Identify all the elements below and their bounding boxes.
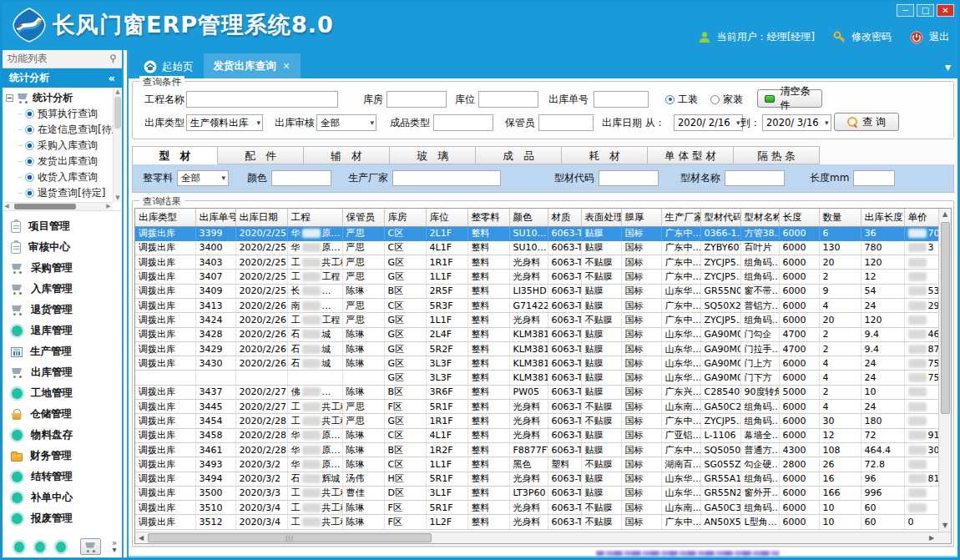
- table-row[interactable]: 调拨出库34072020/2/25工工程严思G区1L1F整料光身料6063-T5…: [135, 270, 938, 284]
- table-row[interactable]: 调拨出库34002020/2/25华原…严思C区4L1F整料SU10…6063-…: [135, 240, 938, 255]
- material-tab-型材[interactable]: 型 材: [132, 146, 218, 164]
- warehouse-input[interactable]: [387, 91, 447, 108]
- tree-horizontal-scrollbar[interactable]: ◀ ▶: [3, 202, 113, 210]
- length-input[interactable]: [853, 170, 895, 186]
- scroll-right-icon[interactable]: ▶: [104, 203, 113, 210]
- radio-home-decor[interactable]: 家装: [710, 91, 743, 108]
- audit-select[interactable]: 全部: [316, 114, 376, 131]
- material-tab-辅材[interactable]: 辅 材: [304, 146, 390, 164]
- collapse-icon[interactable]: «: [109, 72, 115, 84]
- table-row[interactable]: 调拨出库34242020/2/26工工程严思G区1L1F整料光身料6063-T5…: [135, 313, 938, 327]
- module-dot-button[interactable]: [56, 542, 66, 552]
- close-button[interactable]: ✕: [937, 4, 954, 17]
- product-type-input[interactable]: [433, 114, 493, 131]
- scroll-left-icon[interactable]: ◀: [135, 532, 147, 543]
- module-dot-button[interactable]: [35, 542, 45, 552]
- material-tab-单体型材[interactable]: 单 体 型 材: [648, 146, 734, 164]
- sidebar-module-入库管理[interactable]: 入库管理: [11, 279, 122, 300]
- sidebar-module-仓储管理[interactable]: 仓储管理: [11, 404, 122, 425]
- project-name-input[interactable]: [186, 91, 338, 108]
- column-header-出库单号[interactable]: 出库单号: [195, 209, 235, 226]
- maximize-button[interactable]: □: [917, 4, 934, 17]
- table-row[interactable]: 调拨出库34932020/3/2华原…陈琳C区1L1F整料黑色塑料不贴膜国标湖南…: [135, 457, 938, 472]
- tree-item-发货出库查询[interactable]: ┄发货出库查询: [6, 154, 122, 169]
- column-header-材质[interactable]: 材质: [548, 209, 581, 226]
- tree-vertical-scrollbar[interactable]: ▲ ▼: [113, 88, 122, 202]
- table-row[interactable]: 调拨出库34302020/2/26石城陈琳G区3L3F整料KLM38176063…: [135, 356, 938, 371]
- column-header-颜色[interactable]: 颜色: [509, 209, 548, 226]
- search-button[interactable]: 查 询: [834, 113, 899, 131]
- logout-link[interactable]: 退出: [929, 30, 949, 44]
- column-header-膜厚[interactable]: 膜厚: [621, 209, 661, 226]
- sidebar-module-采购管理[interactable]: 采购管理: [11, 258, 122, 279]
- color-input[interactable]: [271, 170, 331, 186]
- sidebar-module-物料盘存[interactable]: 物料盘存: [11, 425, 122, 446]
- column-header-单价[interactable]: 单价: [904, 209, 938, 226]
- module-dot-button[interactable]: [14, 542, 24, 552]
- table-row[interactable]: G区3L3F整料KLM38176063-T5贴膜国标山东华…GA90M09.门下…: [135, 371, 938, 385]
- tree-item-退货查询[待定][interactable]: ┄退货查询[待定]: [6, 185, 122, 201]
- change-password-link[interactable]: 修改密码: [851, 30, 892, 44]
- column-header-表面处理[interactable]: 表面处理: [581, 209, 621, 226]
- sidebar-module-结转管理[interactable]: 结转管理: [11, 467, 122, 487]
- scroll-left-icon[interactable]: ◀: [3, 203, 11, 210]
- sidebar-module-补单中心[interactable]: 补单中心: [11, 487, 122, 508]
- tab-start-page[interactable]: 起始页: [134, 55, 204, 78]
- sidebar-module-生产管理[interactable]: 生产管理: [11, 341, 122, 362]
- column-header-库位[interactable]: 库位: [426, 209, 467, 226]
- table-row[interactable]: 调拨出库34452020/2/27工共工程严思F区5R1F整料光身料6063-T…: [135, 400, 938, 414]
- column-header-库房[interactable]: 库房: [384, 209, 426, 226]
- profile-code-input[interactable]: [599, 170, 659, 186]
- close-tab-icon[interactable]: ✕: [283, 61, 291, 72]
- grid-hscroll-thumb[interactable]: |||: [148, 533, 432, 542]
- stats-panel-header[interactable]: 统计分析 «: [3, 68, 122, 88]
- table-row[interactable]: 调拨出库34942020/3/2石辉城汤伟H区5R1F整料光身料6063-T5贴…: [135, 472, 938, 486]
- scroll-down-icon[interactable]: ▼: [114, 194, 122, 202]
- pin-icon[interactable]: [109, 54, 117, 63]
- location-input[interactable]: [478, 91, 538, 108]
- sidebar-module-项目管理[interactable]: 项目管理: [11, 216, 122, 237]
- tree-hscroll-thumb[interactable]: [14, 204, 76, 209]
- cart-module-button[interactable]: [80, 538, 100, 555]
- sidebar-module-审核中心[interactable]: 审核中心: [11, 237, 122, 258]
- profile-name-input[interactable]: [725, 170, 785, 186]
- radio-work-clothes[interactable]: 工装: [665, 91, 698, 108]
- sidebar-module-财务管理[interactable]: 财务管理: [11, 446, 122, 467]
- column-header-型材名称[interactable]: 型材名称: [740, 209, 779, 226]
- column-header-出库长度[interactable]: 出库长度: [861, 209, 904, 226]
- table-row[interactable]: 调拨出库34612020/2/28华原…陈琳B区1R2F整料F8877FT606…: [135, 442, 938, 457]
- sidebar-module-报废管理[interactable]: 报废管理: [11, 508, 122, 529]
- table-row[interactable]: 调拨出库35102020/3/4工共工程陈琳F区5R1F整料光身料6063-T5…: [135, 501, 938, 515]
- material-tab-成品[interactable]: 成 品: [476, 146, 562, 164]
- tree-vscroll-thumb[interactable]: [114, 97, 121, 129]
- material-tab-配件[interactable]: 配 件: [218, 146, 304, 164]
- clear-conditions-button[interactable]: 清空条件: [757, 89, 822, 108]
- scroll-right-icon[interactable]: ▶: [926, 532, 937, 543]
- sidebar-module-工地管理[interactable]: 工地管理: [11, 383, 122, 404]
- material-tab-隔热条[interactable]: 隔 热 条: [734, 146, 820, 164]
- column-header-工程[interactable]: 工程: [287, 209, 342, 226]
- tree-item-在途信息查询[待定][interactable]: ┄在途信息查询[待定]: [6, 122, 122, 138]
- table-row[interactable]: 调拨出库34032020/2/25工共工程严思G区1R1F整料光身料6063-T…: [135, 255, 938, 270]
- column-header-整零料[interactable]: 整零料: [467, 209, 509, 226]
- sidebar-module-退库管理[interactable]: 退库管理: [11, 320, 122, 341]
- tab-shipment-outbound-query[interactable]: 发货出库查询 ✕: [204, 53, 301, 78]
- column-header-数量[interactable]: 数量: [819, 209, 861, 226]
- grid-vscroll-thumb[interactable]: [941, 222, 950, 414]
- scroll-up-icon[interactable]: ▲: [939, 209, 951, 220]
- column-header-出库日期[interactable]: 出库日期: [235, 209, 287, 226]
- grid-vertical-scrollbar[interactable]: ▲ ▼: [938, 209, 951, 532]
- grid-horizontal-scrollbar[interactable]: ◀ ||| ▶: [134, 532, 952, 544]
- column-header-保管员[interactable]: 保管员: [342, 209, 384, 226]
- column-header-型材代码[interactable]: 型材代码: [700, 209, 740, 226]
- zl-select[interactable]: 全部: [177, 170, 229, 186]
- table-row[interactable]: 调拨出库34292020/2/26石城陈琳G区5R2F整料KLM38176063…: [135, 341, 938, 356]
- material-tab-耗材[interactable]: 耗 材: [562, 146, 648, 164]
- table-row[interactable]: 调拨出库34132020/2/26南…严思C区5R3F整料G714226063-…: [135, 298, 938, 312]
- tree-root-item[interactable]: 统计分析: [6, 90, 122, 106]
- table-row[interactable]: 调拨出库33992020/2/25华原…严思C区2L1F整料SU10…6063-…: [135, 226, 938, 240]
- tree-item-采购入库查询[interactable]: ┄采购入库查询: [6, 138, 122, 154]
- table-row[interactable]: 调拨出库34582020/2/28华原…陈琳C区4L1F整料光身料6063-T5…: [135, 428, 938, 442]
- table-row[interactable]: 调拨出库34372020/2/27佛…陈琳B区3R6F整料PW056063-T5…: [135, 385, 938, 399]
- material-tab-玻璃[interactable]: 玻 璃: [390, 146, 476, 164]
